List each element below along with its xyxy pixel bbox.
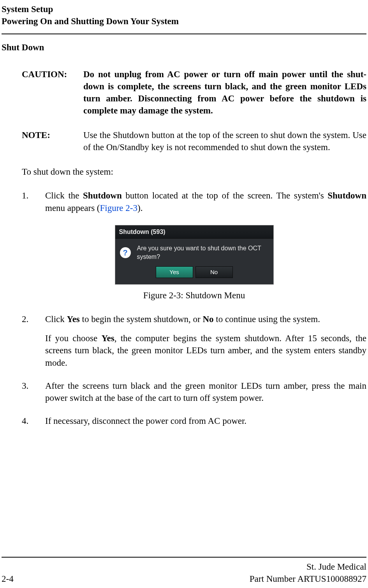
procedure-steps-continued: 2. Click Yes to begin the system shutdow… [22, 313, 366, 427]
bold-shutdown: Shutdown [83, 191, 122, 200]
note-label: NOTE: [22, 129, 83, 153]
text: to continue using the system. [214, 314, 320, 324]
step-number: 1. [22, 190, 45, 214]
footer-part-number: Part Number ARTUS100088927 [250, 573, 366, 585]
figure-caption: Figure 2-3: Shutdown Menu [22, 289, 366, 301]
bold-yes: Yes [67, 314, 80, 324]
figure-2-3: Shutdown (593) ? Are you sure you want t… [22, 225, 366, 285]
step-3: 3. After the screens turn black and the … [22, 380, 366, 404]
step-number: 3. [22, 380, 45, 404]
dialog-message: Are you sure you want to shut down the O… [137, 244, 269, 261]
procedure-intro: To shut down the system: [22, 166, 366, 178]
page-number: 2-4 [2, 573, 14, 585]
bold-yes: Yes [101, 333, 114, 343]
step-1: 1. Click the Shutdown button located at … [22, 190, 366, 214]
dialog-titlebar: Shutdown (593) [115, 225, 273, 239]
running-header: System Setup Powering On and Shutting Do… [2, 3, 366, 27]
text: menu appears ( [45, 203, 100, 213]
help-icon: ? [120, 247, 131, 258]
section-heading-shut-down: Shut Down [2, 41, 366, 53]
footer-rule [2, 557, 366, 558]
no-button[interactable]: No [195, 266, 233, 278]
yes-button[interactable]: Yes [156, 266, 193, 278]
step-body: After the screens turn black and the gre… [45, 380, 366, 404]
text: If you choose [45, 333, 101, 343]
text: to begin the system shutdown, or [80, 314, 203, 324]
step-2-paragraph-2: If you choose Yes, the computer begins t… [45, 332, 366, 368]
header-chapter: System Setup [2, 3, 366, 15]
question-mark-glyph: ? [123, 249, 127, 257]
page-footer: 2-4 St. Jude Medical Part Number ARTUS10… [2, 554, 366, 585]
step-body: If necessary, disconnect the power cord … [45, 415, 366, 427]
text: ). [137, 203, 143, 213]
bold-no: No [202, 314, 213, 324]
header-rule [2, 34, 366, 34]
step-body: Click the Shutdown button located at the… [45, 190, 366, 214]
step-number: 2. [22, 313, 45, 368]
caution-label: CAUTION: [22, 68, 83, 117]
dialog-button-row: Yes No [120, 266, 269, 280]
step-number: 4. [22, 415, 45, 427]
step-4: 4. If necessary, disconnect the power co… [22, 415, 366, 427]
note-body: Use the Shutdown button at the top of th… [83, 129, 366, 153]
figure-crossref-link[interactable]: Figure 2-3 [100, 203, 137, 213]
footer-company: St. Jude Medical [250, 561, 366, 573]
shutdown-dialog: Shutdown (593) ? Are you sure you want t… [115, 225, 274, 285]
dialog-message-row: ? Are you sure you want to shut down the… [120, 244, 269, 261]
bold-shutdown: Shutdown [328, 191, 366, 200]
header-section: Powering On and Shutting Down Your Syste… [2, 15, 366, 27]
step-body: Click Yes to begin the system shutdown, … [45, 313, 366, 368]
caution-body: Do not unplug from AC power or turn off … [83, 68, 366, 117]
text: Click the [45, 191, 83, 200]
step-2: 2. Click Yes to begin the system shutdow… [22, 313, 366, 368]
text: button located at the top of the screen.… [122, 191, 328, 200]
caution-block: CAUTION: Do not unplug from AC power or … [22, 68, 366, 117]
procedure-steps: 1. Click the Shutdown button located at … [22, 190, 366, 214]
dialog-body: ? Are you sure you want to shut down the… [115, 239, 273, 284]
note-block: NOTE: Use the Shutdown button at the top… [22, 129, 366, 153]
text: Click [45, 314, 67, 324]
